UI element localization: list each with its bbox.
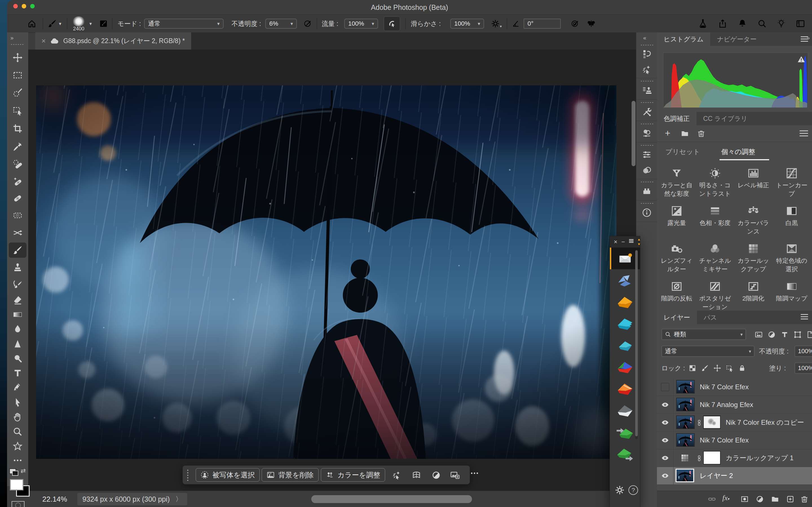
- contextual-task-bar[interactable]: 被写体を選択 背景を削除 カラーを調整: [183, 465, 470, 485]
- nik-minimize-icon[interactable]: −: [621, 238, 625, 245]
- libraries-icon[interactable]: [641, 186, 652, 197]
- adjustment-posterize[interactable]: ポスタリゼーション: [696, 280, 734, 311]
- add-image-icon[interactable]: [450, 470, 460, 480]
- tool-gradient[interactable]: [9, 307, 27, 322]
- delete-layer-icon[interactable]: [800, 495, 809, 503]
- layer-row-nik7-color-efex-top[interactable]: Nik 7 Color Efex: [657, 378, 812, 396]
- info-icon[interactable]: [641, 207, 652, 218]
- tab-adjustments[interactable]: 色調補正: [657, 112, 696, 125]
- tool-blur[interactable]: [9, 321, 27, 337]
- opacity-select[interactable]: 6%▾: [265, 18, 297, 29]
- title-bar[interactable]: Adobe Photoshop (Beta): [7, 0, 812, 15]
- document-info-chip[interactable]: 9324 px x 6000 px (300 ppi) 〉: [77, 493, 187, 505]
- edit-toolbar-dots-icon[interactable]: [9, 453, 27, 468]
- filter-image-layers-icon[interactable]: [755, 330, 763, 339]
- tab-cc-libraries[interactable]: CC ライブラリ: [696, 112, 754, 125]
- panel-grip[interactable]: [640, 102, 653, 103]
- tool-history-brush[interactable]: [9, 277, 27, 292]
- blend-mode-select[interactable]: 通常▾: [144, 18, 223, 29]
- nik-help-icon[interactable]: ?: [628, 485, 638, 495]
- adjustment-color-lookup[interactable]: カラールックアップ: [734, 242, 772, 274]
- adjustment-color-vibrance[interactable]: カラーと自然な彩度: [658, 167, 696, 198]
- tool-patch[interactable]: [9, 208, 27, 223]
- layers-panel-menu-icon[interactable]: [801, 314, 808, 315]
- layer-style-fx-icon[interactable]: fx▾: [722, 494, 730, 502]
- workspace-icon[interactable]: [795, 18, 806, 29]
- adjustment-black-white[interactable]: 白黒: [772, 205, 811, 227]
- layer-filter-select[interactable]: 種類▾: [661, 329, 746, 340]
- lock-all-icon[interactable]: [738, 364, 746, 372]
- tool-type[interactable]: [9, 365, 27, 381]
- layer-name[interactable]: レイヤー 2: [700, 467, 733, 485]
- toolbar-grip[interactable]: [10, 44, 24, 45]
- adjustment-gradient-map[interactable]: 階調マップ: [772, 280, 811, 303]
- add-mask-icon[interactable]: [741, 495, 749, 503]
- flow-select[interactable]: 100%▾: [344, 18, 378, 29]
- adjustment-icon[interactable]: [432, 470, 441, 480]
- filter-adjustment-layers-icon[interactable]: [767, 330, 776, 339]
- history-icon[interactable]: [641, 48, 652, 59]
- canvas-horizontal-scrollbar[interactable]: [311, 495, 472, 503]
- tool-zoom[interactable]: [9, 424, 27, 439]
- color-lookup-icon[interactable]: [680, 453, 690, 463]
- layer-row-color-lookup[interactable]: カラールックアップ 1: [657, 449, 812, 467]
- layer-fill-select[interactable]: 100%: [795, 362, 812, 374]
- layer-thumbnail[interactable]: [676, 415, 695, 429]
- visibility-toggle-off[interactable]: [657, 378, 673, 396]
- new-layer-icon[interactable]: [786, 495, 795, 503]
- pressure-size-icon[interactable]: [569, 18, 580, 29]
- filter-shape-layers-icon[interactable]: [794, 330, 802, 339]
- expand-dock-icon[interactable]: »: [807, 35, 810, 41]
- tool-brush-selected[interactable]: [9, 242, 27, 258]
- nik-close-icon[interactable]: ×: [614, 238, 617, 245]
- layer-thumbnail[interactable]: [676, 433, 695, 447]
- swap-colors-icon[interactable]: ⇄: [20, 467, 26, 474]
- tool-dodge[interactable]: [9, 351, 27, 366]
- ai-sparkle-icon[interactable]: [641, 64, 652, 75]
- zoom-level[interactable]: 22.14%: [42, 495, 67, 504]
- lock-transparency-icon[interactable]: [689, 364, 696, 372]
- adjustment-hue-saturation[interactable]: 色相・彩度: [696, 205, 734, 227]
- collapse-panels-icon[interactable]: «: [643, 35, 646, 41]
- tool-path-selection[interactable]: [9, 395, 27, 410]
- tools-icon[interactable]: [641, 106, 652, 117]
- tool-object-selection[interactable]: [9, 103, 27, 118]
- panel-grip[interactable]: [640, 80, 653, 82]
- layer-name[interactable]: Nik 7 Color Efex: [700, 378, 749, 396]
- transform-warp-icon[interactable]: [412, 470, 421, 480]
- tool-eyedropper[interactable]: [9, 139, 27, 154]
- tool-content-aware-move[interactable]: [9, 225, 27, 240]
- select-subject-button[interactable]: 被写体を選択: [196, 468, 260, 482]
- search-icon[interactable]: [756, 18, 768, 29]
- layer-name[interactable]: Nik 7 Color Efex のコピー: [726, 414, 804, 431]
- adjustment-color-balance[interactable]: カラーバランス: [734, 205, 772, 236]
- layer-opacity-select[interactable]: 100%: [795, 346, 812, 357]
- lightbulb-icon[interactable]: [776, 18, 787, 29]
- nik-scrollbar-thumb[interactable]: [635, 250, 638, 436]
- link-layers-icon[interactable]: [708, 495, 716, 503]
- document-canvas[interactable]: [36, 86, 616, 459]
- remove-background-button[interactable]: 背景を削除: [262, 468, 319, 482]
- smoothing-select[interactable]: 100%▾: [450, 18, 484, 29]
- tool-rectangular-marquee[interactable]: [9, 67, 27, 82]
- lock-pixels-icon[interactable]: [701, 364, 709, 372]
- brush-preview[interactable]: [72, 16, 85, 26]
- adjustment-brightness-contrast[interactable]: 明るさ・コントラスト: [696, 167, 734, 198]
- foreground-color-swatch[interactable]: [10, 479, 23, 490]
- visibility-toggle-on[interactable]: [657, 467, 673, 485]
- visibility-toggle-on[interactable]: [657, 396, 673, 413]
- chevron-down-icon[interactable]: ▾: [59, 21, 61, 27]
- quick-mask-icon[interactable]: [11, 501, 24, 507]
- trash-icon[interactable]: [697, 129, 705, 139]
- beta-flask-icon[interactable]: [697, 18, 709, 29]
- tool-custom-shape-star[interactable]: [9, 439, 27, 454]
- layer-name[interactable]: カラールックアップ 1: [726, 449, 794, 467]
- subtab-presets[interactable]: プリセット: [665, 147, 700, 156]
- properties-icon[interactable]: [641, 128, 652, 139]
- home-icon[interactable]: [26, 18, 38, 29]
- visibility-toggle-on[interactable]: [657, 432, 673, 449]
- visibility-toggle-on[interactable]: [657, 414, 673, 431]
- nik-collection-panel[interactable]: × −: [610, 236, 640, 507]
- canvas-area[interactable]: [28, 50, 643, 491]
- panel-grip[interactable]: [640, 44, 653, 46]
